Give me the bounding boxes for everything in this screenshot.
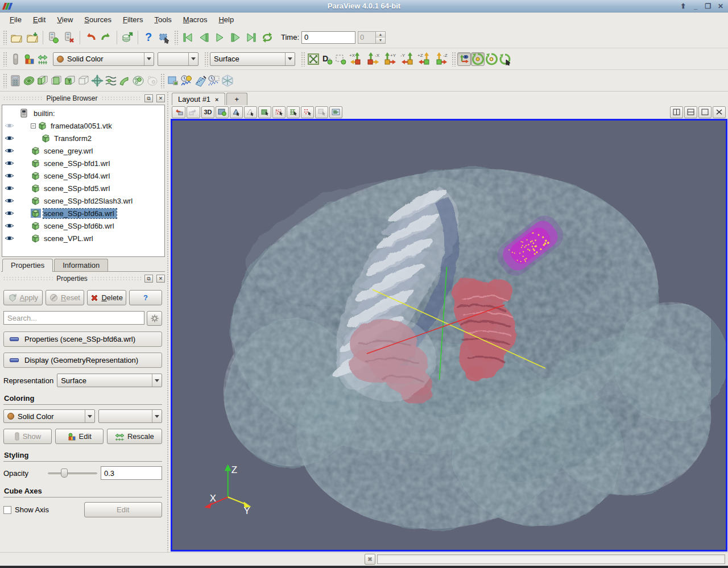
tab-information[interactable]: Information	[54, 259, 108, 271]
help-button[interactable]: ?	[140, 30, 156, 45]
frame-input[interactable]	[358, 33, 375, 42]
visibility-toggle[interactable]	[2, 160, 16, 167]
disconnect-server-button[interactable]	[61, 30, 77, 45]
menu-sources[interactable]: Sources	[79, 14, 117, 26]
show-orientation-axes-button[interactable]	[457, 52, 471, 66]
loop-button[interactable]	[259, 30, 275, 45]
last-frame-button[interactable]	[243, 30, 259, 45]
menu-macros[interactable]: Macros	[178, 14, 213, 26]
representation-combobox[interactable]: Surface	[210, 52, 295, 66]
warp-button[interactable]	[118, 74, 131, 88]
undo-button[interactable]	[82, 30, 98, 45]
menu-file[interactable]: File	[5, 14, 27, 26]
color-by-combobox[interactable]: Solid Color	[53, 52, 154, 66]
time-input[interactable]	[301, 31, 355, 44]
menu-edit[interactable]: Edit	[28, 14, 51, 26]
zoom-to-data-button[interactable]: D	[320, 52, 334, 66]
rescale-button[interactable]: Rescale	[107, 429, 162, 444]
visibility-toggle[interactable]	[2, 122, 16, 129]
abort-progress-button[interactable]: ✖	[365, 554, 375, 565]
display-section-header[interactable]: Display (GeometryRepresentation)	[3, 353, 162, 368]
layout-tab[interactable]: Layout #1 ×	[172, 93, 225, 105]
menu-view[interactable]: View	[52, 14, 78, 26]
spin-down-icon[interactable]: ▼	[376, 38, 385, 43]
group-datasets-button[interactable]	[131, 74, 145, 88]
dock-close-button[interactable]: ✕	[156, 275, 165, 283]
contour-button[interactable]	[22, 74, 36, 88]
search-options-button[interactable]	[147, 311, 162, 326]
toggle-legend-button[interactable]	[329, 106, 342, 118]
probe-location-button[interactable]	[193, 74, 207, 88]
select-points-on-button[interactable]	[244, 106, 257, 118]
next-frame-button[interactable]	[228, 30, 243, 45]
load-state-button[interactable]	[119, 30, 135, 45]
pipeline-item[interactable]: scene_SSp-bfd5.wrl	[2, 182, 164, 194]
search-input[interactable]	[3, 311, 144, 325]
menu-filters[interactable]: Filters	[118, 14, 148, 26]
split-horizontal-button[interactable]	[670, 106, 683, 118]
toggle-color-legend-button[interactable]	[9, 52, 22, 66]
calculator-button[interactable]	[9, 74, 22, 88]
hover-points-button[interactable]	[315, 106, 328, 118]
close-button[interactable]: ✕	[717, 2, 725, 10]
threshold-button[interactable]: T	[63, 74, 77, 88]
edit-color-map-button[interactable]	[22, 52, 36, 66]
toolbar-handle[interactable]	[452, 52, 456, 67]
view-3d-button[interactable]: 3D	[201, 106, 214, 118]
spin-up-icon[interactable]: ▲	[376, 32, 385, 38]
pipeline-item[interactable]: scene_grey.wrl	[2, 144, 164, 157]
opacity-slider-thumb[interactable]	[61, 469, 68, 478]
capture-screenshot-button[interactable]	[216, 106, 229, 118]
tree-expander-icon[interactable]: −	[31, 123, 36, 128]
camera-redo-button[interactable]	[187, 106, 200, 118]
camera-minus-y-button[interactable]: -Y	[399, 51, 416, 67]
visibility-toggle[interactable]	[2, 197, 16, 204]
panel-help-button[interactable]: ?	[129, 290, 162, 305]
selection-inspector-button[interactable]	[156, 30, 172, 45]
opacity-slider[interactable]	[48, 467, 97, 479]
visibility-toggle[interactable]	[2, 147, 16, 154]
visibility-toggle[interactable]	[2, 185, 16, 192]
reset-center-button[interactable]	[498, 52, 512, 66]
rescale-to-data-range-button[interactable]	[36, 52, 49, 66]
dock-float-button[interactable]: ⧉	[144, 275, 153, 283]
open-file-button[interactable]	[9, 30, 24, 45]
color-array-combobox[interactable]	[158, 52, 198, 66]
maximize-view-button[interactable]	[698, 106, 712, 118]
toolbar-handle[interactable]	[3, 73, 7, 88]
visibility-toggle[interactable]	[2, 235, 16, 242]
visibility-toggle[interactable]	[2, 222, 16, 229]
pipeline-item[interactable]: Transform2	[2, 132, 164, 144]
shade-button[interactable]: ⬆	[679, 2, 687, 10]
slice-button[interactable]	[49, 74, 63, 88]
checkbox-icon[interactable]	[3, 506, 11, 514]
select-cells-on-button[interactable]	[230, 106, 243, 118]
connect-server-button[interactable]	[46, 30, 61, 45]
pipeline-item[interactable]: scene_SSp-bfd2Slash3.wrl	[2, 194, 164, 207]
visibility-toggle[interactable]	[2, 172, 16, 179]
temporal-interpolator-button[interactable]	[221, 74, 234, 88]
glyph-button[interactable]	[90, 74, 104, 88]
coloring-combobox[interactable]: Solid Color	[3, 409, 95, 423]
frame-spinbox[interactable]: ▲▼	[358, 31, 386, 44]
toolbar-handle[interactable]	[174, 30, 178, 45]
clip-button[interactable]	[36, 74, 49, 88]
interactive-select-cells-button[interactable]	[287, 106, 300, 118]
coloring-array-combobox[interactable]	[98, 409, 162, 423]
restore-button[interactable]: ❐	[704, 2, 712, 10]
pipeline-item[interactable]: scene_SSp-bfd4.wrl	[2, 169, 164, 182]
camera-undo-button[interactable]	[172, 106, 185, 118]
layout-tab-close-icon[interactable]: ×	[215, 96, 218, 103]
select-cells-through-button[interactable]	[258, 106, 271, 118]
cube-axes-edit-button[interactable]: Edit	[84, 502, 163, 517]
pipeline-item[interactable]: builtin:	[2, 107, 164, 119]
pipeline-item[interactable]: scene_SSp-bfd6b.wrl	[2, 219, 164, 232]
extract-level-button[interactable]	[145, 74, 159, 88]
dock-float-button[interactable]: ⧉	[144, 94, 153, 102]
show-center-button[interactable]	[471, 52, 485, 66]
pick-center-button[interactable]	[485, 52, 498, 66]
apply-button[interactable]: Apply	[3, 290, 43, 305]
tab-properties[interactable]: Properties	[2, 259, 53, 272]
reset-button[interactable]: Reset	[46, 290, 85, 305]
close-view-button[interactable]	[713, 106, 726, 118]
